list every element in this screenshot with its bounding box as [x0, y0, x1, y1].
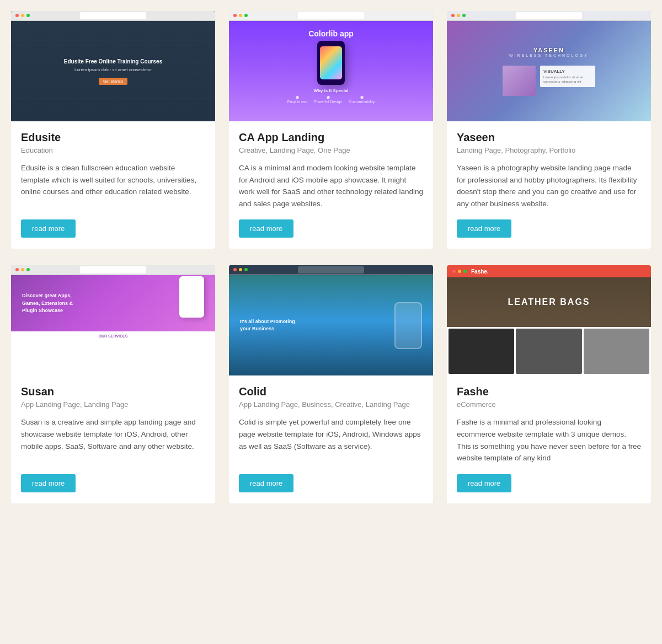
fashe-hero: LEATHER BAGS — [447, 277, 651, 327]
fashe-logo: Fashe. — [471, 269, 489, 275]
dot-green — [26, 14, 30, 17]
browser-dots — [233, 268, 248, 271]
card-tags: App Landing Page, Business, Creative, La… — [239, 400, 423, 409]
thumb-ca-phone — [317, 41, 345, 85]
card-title: Colid — [239, 385, 423, 398]
dot-yellow — [458, 270, 461, 273]
card-thumbnail-yaseen: YASEEN WIRELESS TECHNOLOGY VISUALLY Lore… — [447, 11, 651, 121]
thumb-cta: Get Started — [99, 78, 127, 85]
browser-bar — [447, 11, 651, 21]
card-title: Fashe — [457, 385, 641, 398]
card-colid: It's all about Promoting your Business C… — [229, 265, 433, 503]
card-description: Edusite is a clean fullscreen education … — [21, 162, 205, 210]
card-edusite: Edusite Free Online Training CoursesLore… — [11, 11, 215, 249]
thumb-ca-subtitle: Why is It Special — [313, 88, 348, 93]
dot-red — [451, 14, 455, 17]
card-body-colid: Colid App Landing Page, Business, Creati… — [229, 375, 433, 503]
card-thumbnail-ca: Colorlib app Why is It Special ⬟Easy to … — [229, 11, 433, 121]
card-thumbnail-susan: Discover great Apps, Games, Extensions &… — [11, 265, 215, 375]
dot-red — [15, 14, 19, 17]
browser-bar — [229, 11, 433, 21]
fashe-products — [447, 327, 651, 375]
card-tags: eCommerce — [457, 400, 641, 409]
thumb-susan-text: Discover great Apps, Games, Extensions &… — [22, 292, 88, 315]
dot-red — [233, 268, 237, 271]
card-description: Fashe is a minimal and professional look… — [457, 416, 641, 464]
browser-url — [298, 266, 364, 273]
thumb-yaseen-card: VISUALLY Lorem ipsum dolor sit amet cons… — [540, 66, 595, 88]
card-body-edusite: Edusite Education Edusite is a clean ful… — [11, 121, 215, 249]
card-body-ca: CA App Landing Creative, Landing Page, O… — [229, 121, 433, 249]
dot-green — [26, 268, 30, 271]
card-thumbnail-edusite: Edusite Free Online Training CoursesLore… — [11, 11, 215, 121]
thumb-ca-features: ⬟Easy to use ⬟Powerful Design ⬟Customiza… — [287, 95, 375, 104]
browser-bar — [11, 265, 215, 275]
fashe-hero-text: LEATHER BAGS — [508, 297, 590, 307]
dot-yellow — [239, 14, 242, 17]
thumb-yaseen-name: YASEEN — [533, 47, 564, 53]
browser-dots — [451, 14, 466, 17]
dot-green — [462, 14, 466, 17]
card-title: Edusite — [21, 131, 205, 144]
dot-green — [244, 14, 248, 17]
dot-yellow — [457, 14, 460, 17]
read-more-button[interactable]: read more — [457, 474, 511, 492]
thumb-text: Edusite Free Online Training CoursesLore… — [56, 58, 170, 73]
browser-url — [80, 12, 146, 19]
card-description: Susan is a creative and simple app landi… — [21, 416, 205, 464]
card-description: Yaseen is a photography website landing … — [457, 162, 641, 210]
browser-url — [80, 266, 146, 273]
feature-1: ⬟Easy to use — [287, 95, 308, 104]
card-thumbnail-fashe: Fashe. LEATHER BAGS — [447, 265, 651, 375]
thumb-colid-text: It's all about Promoting your Business — [240, 318, 306, 333]
card-thumbnail-colid: It's all about Promoting your Business — [229, 265, 433, 375]
card-fashe: Fashe. LEATHER BAGS Fashe eCommerce Fash… — [447, 265, 651, 503]
thumb-yaseen-cards: VISUALLY Lorem ipsum dolor sit amet cons… — [503, 66, 595, 96]
read-more-button[interactable]: read more — [457, 219, 511, 238]
thumb-yaseen-card-text: Lorem ipsum dolor sit amet consectetur a… — [543, 75, 592, 84]
fashe-product-1 — [449, 329, 514, 374]
card-tags: App Landing Page, Landing Page — [21, 400, 205, 409]
thumb-yaseen-sub: WIRELESS TECHNOLOGY — [509, 53, 589, 57]
browser-dots — [15, 14, 30, 17]
card-tags: Education — [21, 146, 205, 154]
browser-bar — [229, 265, 433, 275]
thumb-yaseen-img — [503, 66, 536, 96]
browser-dots — [452, 270, 467, 273]
browser-dots — [15, 268, 30, 271]
dot-yellow — [239, 268, 242, 271]
thumb-yaseen-card-label: VISUALLY — [543, 69, 592, 74]
card-body-susan: Susan App Landing Page, Landing Page Sus… — [11, 375, 215, 503]
dot-green — [463, 270, 467, 273]
read-more-button[interactable]: read more — [239, 219, 293, 238]
fashe-product-3 — [584, 329, 649, 374]
card-ca-app-landing: Colorlib app Why is It Special ⬟Easy to … — [229, 11, 433, 249]
thumb-yaseen-inner: YASEEN WIRELESS TECHNOLOGY VISUALLY Lore… — [447, 21, 651, 121]
thumb-colid-inner: It's all about Promoting your Business — [229, 275, 433, 375]
browser-dots — [233, 14, 248, 17]
read-more-button[interactable]: read more — [21, 474, 76, 492]
feature-2: ⬟Powerful Design — [314, 95, 342, 104]
dot-green — [244, 268, 248, 271]
browser-url — [298, 12, 364, 19]
fashe-nav: Fashe. — [447, 265, 651, 277]
card-title: Susan — [21, 385, 205, 398]
read-more-button[interactable]: read more — [21, 219, 76, 238]
card-grid: Edusite Free Online Training CoursesLore… — [11, 11, 651, 503]
card-description: Colid is simple yet powerful and complet… — [239, 416, 423, 464]
card-body-yaseen: Yaseen Landing Page, Photography, Portfo… — [447, 121, 651, 249]
card-body-fashe: Fashe eCommerce Fashe is a minimal and p… — [447, 375, 651, 503]
browser-bar — [11, 11, 215, 21]
dot-red — [233, 14, 237, 17]
dot-yellow — [21, 14, 24, 17]
card-description: CA is a minimal and modern looking websi… — [239, 162, 423, 210]
thumb-colid-phone — [394, 302, 422, 349]
feature-3: ⬟Customizability — [349, 95, 375, 104]
thumb-susan-phone — [179, 276, 204, 318]
card-susan: Discover great Apps, Games, Extensions &… — [11, 265, 215, 503]
browser-url — [516, 12, 582, 19]
read-more-button[interactable]: read more — [239, 474, 293, 492]
dot-red — [452, 270, 456, 273]
dot-red — [15, 268, 19, 271]
card-title: CA App Landing — [239, 131, 423, 144]
